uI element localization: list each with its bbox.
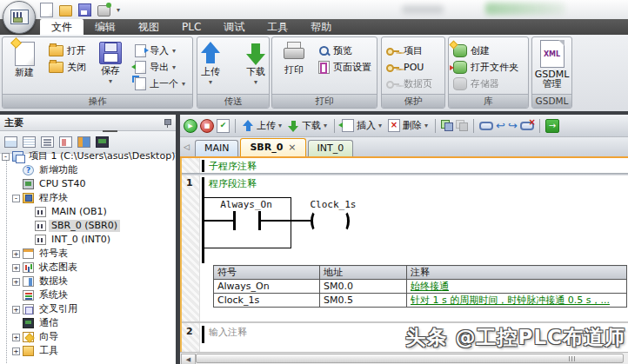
undo-button[interactable]: ↩	[496, 120, 505, 131]
coil-left-paren[interactable]	[311, 210, 322, 232]
export-caret-icon[interactable]: ▾	[172, 64, 176, 71]
coil-right-paren[interactable]	[338, 210, 350, 232]
previous-button[interactable]: 上一个 ▾	[133, 76, 190, 91]
download-caret-icon[interactable]: ▾	[254, 79, 257, 86]
tab-int0[interactable]: INT_0	[308, 140, 354, 156]
menu-tab-plc[interactable]: PLC	[170, 19, 212, 35]
tree-item-sbr0[interactable]: SBR_0 (SBR0)	[0, 219, 176, 233]
contact-bar-left[interactable]	[233, 211, 236, 230]
expand-icon[interactable]: +	[12, 334, 20, 341]
toolbar-upload-button[interactable]: 上传 ▾	[241, 118, 284, 133]
tab-scroll-left-icon[interactable]: ◁	[184, 142, 190, 151]
app-menu-button[interactable]	[3, 1, 36, 34]
subroutine-comment[interactable]: 子程序注释	[209, 160, 257, 173]
tree-item-cross-reference[interactable]: + 交叉引用	[0, 302, 176, 316]
nav-symbol-table-icon[interactable]	[23, 136, 36, 148]
tree-item-int0[interactable]: INT_0 (INT0)	[0, 233, 176, 247]
run-button[interactable]: ▶	[184, 119, 197, 133]
new-button[interactable]: 新建	[5, 40, 43, 94]
menu-tab-tools[interactable]: 工具	[256, 19, 299, 35]
delete-button[interactable]: × 删除 ▾	[386, 118, 430, 133]
tree-item-cpu[interactable]: CPU ST40	[0, 177, 176, 191]
coil-label[interactable]: Clock_1s	[302, 199, 364, 210]
previous-caret-icon[interactable]: ▾	[182, 81, 185, 88]
preview-button[interactable]: 预览	[317, 43, 374, 58]
expand-icon[interactable]: +	[12, 250, 20, 258]
table-row[interactable]: Clock_1s SM0.5 针对 1 s 的周期时间，时钟脉冲接通 0.5 s…	[214, 294, 627, 308]
address-box-button[interactable]	[479, 122, 493, 130]
program-status-icon[interactable]	[441, 120, 453, 131]
insert-button[interactable]: 插入 ▾	[340, 118, 384, 133]
tree-item-data-block[interactable]: + 数据块	[0, 275, 176, 288]
save-caret-icon[interactable]: ▾	[109, 78, 112, 85]
import-caret-icon[interactable]: ▾	[172, 48, 176, 55]
scrollbar-grip[interactable]	[569, 356, 577, 361]
tree-item-main-ob1[interactable]: MAIN (OB1)	[0, 205, 176, 219]
scrollbar-thumb[interactable]	[196, 354, 624, 363]
pin-icon[interactable]	[164, 118, 171, 128]
tab-main[interactable]: MAIN	[195, 140, 239, 156]
tab-close-icon[interactable]: ×	[288, 142, 296, 154]
open-button[interactable]: 打开	[47, 43, 88, 58]
tree-item-tools[interactable]: + 工具	[0, 344, 176, 358]
table-row[interactable]: Always_On SM0.0 始终接通	[214, 280, 627, 294]
nav-status-chart-icon[interactable]	[41, 136, 54, 148]
upload-button[interactable]: 上传 ▾	[191, 40, 230, 94]
expand-icon[interactable]: +	[12, 306, 20, 314]
clear-box-button[interactable]: ×	[520, 122, 534, 130]
menu-tab-debug[interactable]: 调试	[212, 19, 256, 35]
redo-button[interactable]: ↪	[508, 120, 518, 131]
nav-cross-ref-icon[interactable]	[77, 136, 90, 148]
gsdml-manage-button[interactable]: XML GSDML管理	[535, 40, 570, 90]
upload-caret-icon[interactable]: ▾	[278, 122, 282, 129]
lib-create-button[interactable]: 创建	[451, 43, 520, 58]
expand-icon[interactable]: +	[12, 347, 20, 355]
stop-button[interactable]: ■	[200, 119, 214, 133]
protect-project-button[interactable]: 项目	[384, 43, 434, 58]
expand-icon[interactable]: +	[12, 278, 20, 286]
delete-caret-icon[interactable]: ▾	[424, 122, 428, 129]
tree-item-system-block[interactable]: 系统块	[0, 288, 176, 302]
menu-tab-help[interactable]: 帮助	[299, 19, 343, 35]
quick-customize-caret-icon[interactable]: ▾	[117, 6, 120, 14]
network-comment[interactable]: 程序段注释	[209, 177, 257, 190]
expand-icon[interactable]: +	[12, 264, 20, 272]
export-button[interactable]: 导出 ▾	[133, 60, 190, 75]
menu-tab-view[interactable]: 视图	[127, 19, 170, 35]
print-button[interactable]: 打印	[275, 40, 313, 94]
save-button[interactable]: 保存 ▾	[91, 40, 130, 94]
tree-item-project[interactable]: - 项目 1 (C:\Users\asus\Desktop)	[0, 149, 176, 163]
nav-data-block-icon[interactable]	[59, 136, 72, 148]
tree-item-program-block[interactable]: - 程序块	[0, 191, 176, 205]
quick-open-icon[interactable]	[59, 5, 72, 17]
menu-tab-edit[interactable]: 编辑	[84, 19, 127, 35]
collapse-icon[interactable]: -	[2, 153, 10, 161]
tree-item-status-chart[interactable]: + 状态图表	[0, 261, 176, 275]
toolbar-download-button[interactable]: 下载 ▾	[286, 118, 329, 133]
quick-save-icon[interactable]	[78, 3, 91, 17]
nav-communication-icon[interactable]	[96, 136, 109, 148]
import-button[interactable]: 导入 ▾	[133, 43, 190, 58]
menu-tab-file[interactable]: 文件	[40, 19, 84, 35]
close-button[interactable]: 关闭	[47, 60, 88, 75]
page-setup-button[interactable]: 页面设置	[317, 60, 374, 75]
lib-open-folder-button[interactable]: 打开文件夹	[451, 60, 520, 75]
collapse-icon[interactable]: -	[12, 195, 20, 202]
horizontal-scrollbar[interactable]: ◀	[180, 352, 628, 364]
insert-caret-icon[interactable]: ▾	[378, 122, 382, 129]
network-comment-placeholder[interactable]: 输入注释	[209, 326, 247, 339]
quick-print-icon[interactable]	[97, 5, 110, 17]
quick-new-icon[interactable]	[40, 3, 53, 17]
compile-button[interactable]: ✔	[217, 119, 230, 133]
tree-item-wizard[interactable]: + 向导	[0, 330, 176, 344]
download-caret-icon[interactable]: ▾	[324, 122, 327, 129]
contact-label[interactable]: Always_On	[206, 199, 286, 210]
tree-item-new-features[interactable]: ? 新增功能	[0, 163, 176, 177]
protect-pou-button[interactable]: POU	[384, 60, 434, 75]
ladder-document[interactable]: 子程序注释 1 程序段注释 Always_On Clock_1s 符号 地址 注	[180, 158, 628, 352]
goto-button[interactable]: →	[545, 119, 559, 133]
upload-caret-icon[interactable]: ▾	[209, 79, 212, 86]
tree-item-communication[interactable]: 通信	[0, 316, 176, 330]
scroll-left-icon[interactable]: ◀	[181, 354, 196, 364]
tree-item-symbol-table[interactable]: + 符号表	[0, 247, 176, 261]
